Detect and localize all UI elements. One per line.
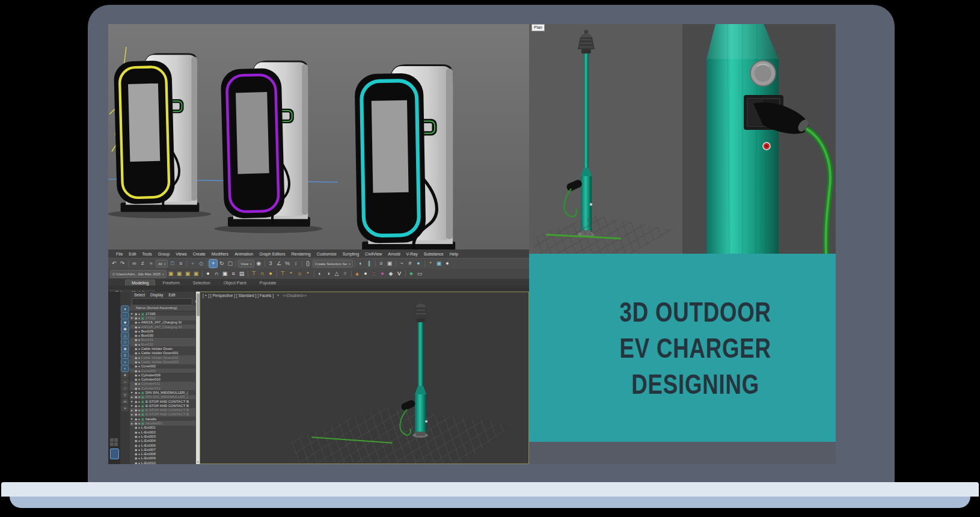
ribbon-tab-modeling[interactable]: Modeling	[125, 280, 155, 286]
explorer-row[interactable]: ▶◉ ●▣17295	[130, 311, 195, 316]
expand-arrow-icon[interactable]: ▶	[131, 413, 133, 416]
ribbon-tab-selection[interactable]: Selection	[187, 280, 216, 286]
target-light-icon[interactable]: ⊤	[250, 270, 258, 278]
vray-toolbar-icon[interactable]: V	[396, 270, 403, 278]
sun-light-icon[interactable]: ☼	[296, 270, 304, 278]
object-name[interactable]: handle	[145, 417, 156, 421]
rendered-frame-icon[interactable]: ▣	[435, 260, 443, 268]
object-name[interactable]: Cone003	[141, 369, 156, 373]
explorer-menu-edit[interactable]: Edit	[168, 293, 175, 297]
explorer-row[interactable]: ◉ ●L-Ext007	[130, 447, 195, 451]
menu-file[interactable]: File	[113, 252, 126, 256]
visibility-icons[interactable]: ◉ ●	[135, 312, 140, 316]
explorer-row[interactable]: ◉ ●Cable Holder Down002	[130, 355, 195, 359]
render-icon[interactable]: ●	[444, 260, 452, 268]
object-name[interactable]: Cone002	[141, 364, 156, 368]
spot-light-icon[interactable]: *	[287, 270, 295, 278]
hand-tool-icon[interactable]: ◆	[387, 270, 395, 278]
filter-rect-icon[interactable]: ▭	[121, 399, 129, 405]
menu-group[interactable]: Group	[155, 252, 173, 256]
visibility-icons[interactable]: ◉ ●	[135, 325, 140, 329]
align-icon[interactable]: ∥	[366, 260, 373, 268]
curve-editor-icon[interactable]: ~	[398, 260, 406, 268]
menu-animation[interactable]: Animation	[231, 252, 256, 256]
explorer-row[interactable]: ◉ ●Box030	[130, 333, 195, 337]
visibility-icons[interactable]: ◉ ●	[135, 412, 140, 416]
object-name[interactable]: AM218_047_Charging St	[141, 325, 182, 329]
camera-icon[interactable]: ▣	[221, 270, 229, 278]
menu-civilview[interactable]: CivilView	[362, 252, 385, 256]
explorer-row[interactable]: ◉ ●Box029	[130, 329, 195, 333]
scrollbar-thumb[interactable]	[197, 293, 200, 316]
filter-home-icon[interactable]: ⌂	[121, 379, 129, 385]
menu-views[interactable]: Views	[173, 252, 190, 256]
dock-mini-buttons[interactable]	[110, 438, 118, 446]
expand-arrow-icon[interactable]: ▶	[131, 312, 133, 315]
spinner-snap-icon[interactable]: ↕	[292, 260, 300, 268]
ribbon-toggle-icon[interactable]: ▣	[386, 260, 394, 268]
explorer-row[interactable]: ◉ ●L-Ext003	[130, 434, 195, 438]
filter-materials-icon[interactable]: #	[121, 372, 129, 378]
object-name[interactable]: Cylinder010	[141, 378, 161, 381]
expand-arrow-icon[interactable]: ▶	[131, 400, 133, 403]
object-name[interactable]: L-Ext003	[141, 435, 156, 438]
expand-arrow-icon[interactable]: ▶	[131, 404, 133, 407]
link-absolute-icon[interactable]: ▣	[176, 270, 183, 278]
fire-effect-icon[interactable]: ▲	[354, 270, 361, 278]
visibility-icons[interactable]: ◉ ●	[135, 395, 140, 399]
expand-arrow-icon[interactable]: ▶	[131, 316, 133, 319]
object-name[interactable]: L-Ext010	[141, 461, 156, 464]
explorer-sort-header[interactable]: Name (Sorted Ascending)	[130, 305, 200, 311]
visibility-icons[interactable]: ◉ ●	[135, 421, 140, 425]
explorer-row[interactable]: ◉ ●Cone003	[130, 369, 195, 373]
visibility-icons[interactable]: ◉ ●	[135, 360, 140, 364]
visibility-icons[interactable]: ◉ ●	[135, 343, 140, 346]
rotate-icon[interactable]: ↻	[218, 260, 225, 268]
expand-arrow-icon[interactable]: ▶	[131, 417, 133, 420]
pyramid-helper-icon[interactable]: △	[333, 270, 341, 278]
visibility-icons[interactable]: ◉ ●	[135, 400, 140, 403]
visibility-icons[interactable]: ◉ ●	[135, 347, 140, 350]
ribbon-tab-object-paint[interactable]: Object Paint	[218, 280, 253, 286]
ribbon-tab-populate[interactable]: Populate	[254, 280, 283, 286]
visibility-icons[interactable]: ◉ ●	[135, 351, 140, 355]
window-crossing-icon[interactable]: ◇	[197, 260, 205, 268]
filter-containers-icon[interactable]: ◐	[121, 366, 129, 372]
clapper-icon[interactable]: ▤	[238, 270, 246, 278]
sky-light-icon[interactable]: *	[304, 270, 312, 278]
grid-helper-icon[interactable]: #	[341, 270, 349, 278]
layer-explorer-icon[interactable]: ≡	[378, 260, 385, 268]
expand-arrow-icon[interactable]: ▶	[131, 409, 133, 412]
object-name[interactable]: 17312	[145, 316, 156, 320]
explorer-row[interactable]: ◉ ●Cylinder010	[130, 377, 195, 381]
visibility-icons[interactable]: ◉ ●	[135, 320, 140, 324]
redo-icon[interactable]: ↷	[118, 260, 126, 268]
visibility-icons[interactable]: ◉ ●	[135, 444, 140, 447]
use-center-icon[interactable]: ◉	[255, 260, 263, 268]
visibility-icons[interactable]: ◉ ●	[135, 378, 140, 381]
named-selection-sets-dropdown[interactable]: Create Selection Se▾	[313, 260, 353, 268]
object-name[interactable]: Box029	[141, 329, 153, 333]
expand-arrow-icon[interactable]: ▶	[131, 422, 133, 425]
visibility-icons[interactable]: ◉ ●	[135, 334, 140, 337]
teapot-icon[interactable]: ●	[204, 270, 212, 278]
explorer-row[interactable]: ▶◉ ●▣handle	[130, 417, 195, 421]
explorer-row[interactable]: ◉ ●Cylinder009	[130, 373, 195, 377]
explorer-row[interactable]: ◉ ●Cylinder012	[130, 386, 195, 390]
viewport-label-text[interactable]: [ + ] [ Perspective ] [ Standard ] [ Fac…	[203, 293, 274, 298]
filter-close-icon[interactable]: ×	[121, 405, 129, 411]
globe-icon[interactable]: ◐	[316, 270, 324, 278]
percent-snap-icon[interactable]: %	[284, 260, 292, 268]
visibility-icons[interactable]: ◉ ●	[135, 408, 140, 412]
menu-create[interactable]: Create	[190, 252, 209, 256]
explorer-row[interactable]: ◉ ●AM218_047_Charging St	[130, 320, 195, 325]
object-name[interactable]: L-Ext002	[141, 430, 156, 434]
scale-icon[interactable]: ▢	[226, 260, 234, 268]
explorer-row[interactable]: ◉ ●L-Ext002	[130, 430, 195, 434]
menu-substance[interactable]: Substance	[421, 252, 447, 256]
umbrella-light-icon[interactable]: ∩	[259, 270, 266, 278]
object-name[interactable]: 17295	[145, 312, 156, 316]
explorer-menu-select[interactable]: Select	[134, 293, 145, 297]
snaps-toggle-icon[interactable]: 3	[267, 260, 275, 268]
explorer-row[interactable]: ◉ ●Cable Holder Down	[130, 346, 195, 350]
